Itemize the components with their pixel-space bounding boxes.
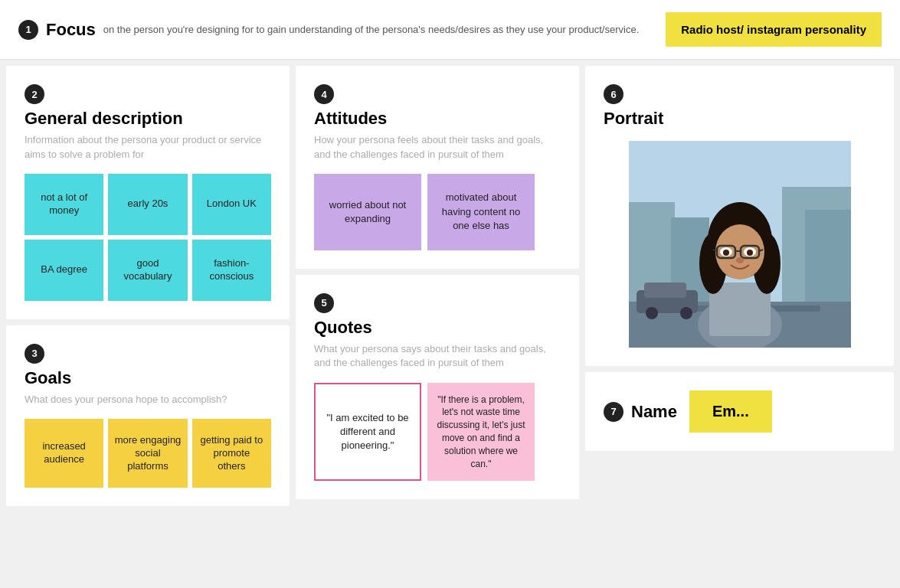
header: 1 Focus on the person you're designing f… (0, 0, 900, 60)
portrait-image-container (604, 141, 875, 348)
step-6-badge: 6 (604, 84, 623, 104)
tile-general-1: early 20s (108, 174, 187, 235)
tile-general-2: London UK (192, 174, 271, 235)
step-3-badge: 3 (25, 344, 44, 364)
goals-title: Goals (25, 368, 271, 388)
quote-1: "I am excited to be different and pionee… (314, 383, 421, 482)
step-5-badge: 5 (314, 293, 334, 313)
name-label: Name (631, 402, 677, 422)
tile-attitude-0: worried about not expanding (314, 174, 421, 250)
goals-card: 3 Goals What does your persona hope to a… (6, 325, 290, 507)
svg-rect-8 (644, 283, 686, 298)
attitudes-subtitle: How your persona feels about their tasks… (314, 133, 561, 161)
quotes-subtitle: What your persona says about their tasks… (314, 342, 561, 370)
name-card: 7 Name Em... (585, 372, 894, 451)
portrait-card: 6 Portrait (585, 66, 894, 366)
name-value: Em... (689, 390, 772, 433)
tile-general-0: not a lot of money (25, 174, 103, 235)
name-row: 7 Name (604, 402, 677, 422)
attitudes-num-row: 4 (314, 84, 561, 104)
tile-general-3: BA degree (25, 240, 103, 301)
quotes-card: 5 Quotes What your persona says about th… (296, 275, 579, 500)
general-tiles: not a lot of money early 20s London UK B… (25, 174, 271, 301)
svg-point-26 (736, 257, 744, 263)
header-left: 1 Focus on the person you're designing f… (18, 20, 639, 40)
step-1-badge: 1 (18, 20, 38, 40)
tile-general-5: fashion-conscious (192, 240, 271, 301)
quote-2: "If there is a problem, let's not waste … (427, 383, 535, 482)
step-2-badge: 2 (25, 84, 44, 104)
general-description-card: 2 General description Information about … (6, 66, 290, 319)
svg-point-9 (646, 307, 658, 319)
attitudes-title: Attitudes (314, 109, 561, 129)
role-tag: Radio host/ instagram personality (666, 12, 882, 47)
svg-point-25 (747, 250, 753, 256)
general-title: General description (25, 109, 271, 129)
goals-subtitle: What does your persona hope to accomplis… (25, 393, 271, 407)
attitudes-card: 4 Attitudes How your persona feels about… (296, 66, 579, 269)
goals-tiles: increased audience more engaging social … (25, 419, 271, 488)
tile-goal-0: increased audience (25, 419, 103, 488)
general-subtitle: Information about the persona your produ… (25, 133, 271, 161)
tile-goal-2: getting paid to promote others (192, 419, 271, 488)
tile-attitude-1: motivated about having content no one el… (427, 174, 535, 250)
quotes-tiles: "I am excited to be different and pionee… (314, 383, 561, 482)
portrait-num-row: 6 (604, 84, 875, 104)
portrait-title: Portrait (604, 109, 875, 129)
focus-title: Focus (46, 20, 96, 40)
focus-subtitle: on the person you're designing for to ga… (103, 24, 639, 35)
attitudes-tiles: worried about not expanding motivated ab… (314, 174, 561, 250)
tile-general-4: good vocabulary (108, 240, 187, 301)
portrait-svg (629, 141, 851, 348)
goals-num-row: 3 (25, 344, 271, 364)
svg-point-10 (680, 307, 692, 319)
general-num-row: 2 (25, 84, 271, 104)
step-4-badge: 4 (314, 84, 334, 104)
svg-point-24 (723, 250, 729, 256)
step-7-badge: 7 (604, 402, 623, 422)
quotes-num-row: 5 (314, 293, 561, 313)
tile-goal-1: more engaging social platforms (108, 419, 187, 488)
quotes-title: Quotes (314, 318, 561, 338)
